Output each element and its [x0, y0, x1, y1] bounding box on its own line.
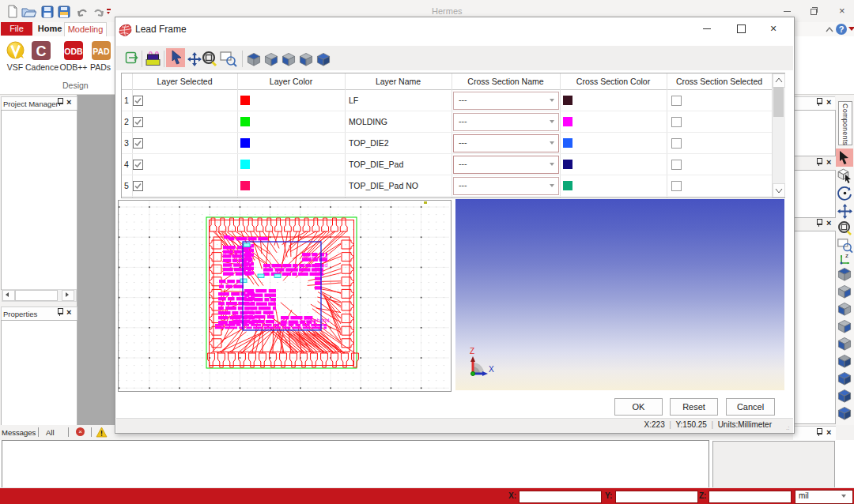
- svg-text:downbond: downbond: [302, 262, 327, 268]
- svg-text:downbond: downbond: [302, 255, 327, 261]
- svg-text:downbond: downbond: [235, 318, 260, 323]
- svg-text:downbond: downbond: [304, 318, 329, 323]
- svg-text:z: z: [845, 252, 848, 259]
- svg-text:Z: Z: [470, 347, 474, 355]
- svg-text:C: C: [36, 43, 47, 59]
- svg-text:ODB: ODB: [64, 47, 83, 56]
- svg-text:downbond: downbond: [275, 320, 300, 325]
- svg-text:PAD: PAD: [93, 47, 110, 56]
- svg-text:X: X: [489, 365, 494, 374]
